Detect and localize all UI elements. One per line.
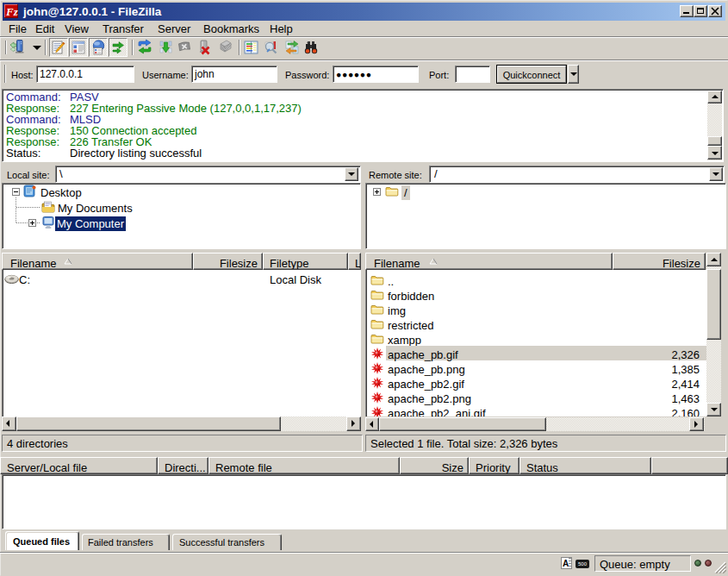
svg-text:Fz: Fz xyxy=(5,5,18,18)
